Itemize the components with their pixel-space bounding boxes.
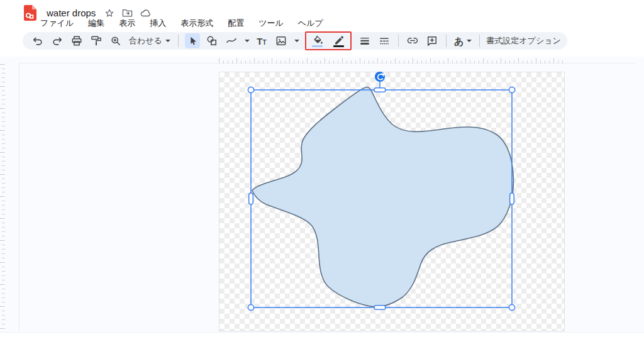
- chevron-down-icon: [165, 40, 170, 42]
- menu-arrange[interactable]: 配置: [228, 18, 244, 29]
- toolbar: 合わせる TT: [23, 32, 567, 50]
- paint-format-button[interactable]: [89, 33, 104, 48]
- toolbar-separator: [178, 35, 179, 47]
- drawing-overlay: [0, 57, 644, 337]
- toolbar-separator: [446, 35, 447, 47]
- resize-handle-top[interactable]: [374, 88, 386, 92]
- redo-button[interactable]: [50, 33, 65, 48]
- freeform-shape[interactable]: [252, 87, 513, 307]
- document-title[interactable]: water drops: [47, 8, 96, 18]
- resize-handle-top-left[interactable]: [248, 87, 253, 92]
- toolbar-separator: [398, 35, 399, 47]
- annotation-highlight-box: [305, 31, 352, 50]
- print-button[interactable]: [69, 33, 84, 48]
- line-tool-button[interactable]: [224, 33, 239, 48]
- border-color-bar: [333, 45, 344, 47]
- toolbar-separator: [479, 35, 480, 47]
- menu-format[interactable]: 表示形式: [180, 18, 213, 29]
- canvas-workspace: [0, 57, 644, 337]
- border-color-button[interactable]: [331, 33, 347, 48]
- shape-tool-button[interactable]: [204, 33, 219, 48]
- line-tool-dropdown-icon[interactable]: [245, 40, 250, 42]
- cloud-status-icon[interactable]: [140, 9, 152, 18]
- resize-handle-left[interactable]: [249, 193, 253, 204]
- menu-tools[interactable]: ツール: [258, 18, 284, 29]
- input-tools-label: あ: [454, 36, 464, 46]
- text-box-button[interactable]: TT: [254, 33, 269, 48]
- zoom-button[interactable]: [108, 33, 123, 48]
- resize-handle-top-right[interactable]: [509, 87, 514, 92]
- border-weight-button[interactable]: [357, 33, 372, 48]
- menu-view[interactable]: 表示: [119, 18, 135, 29]
- insert-comment-button[interactable]: [425, 33, 440, 48]
- move-to-folder-icon[interactable]: [122, 8, 133, 18]
- star-icon[interactable]: [104, 8, 114, 18]
- menu-edit[interactable]: 編集: [88, 18, 104, 29]
- resize-handle-bottom[interactable]: [374, 306, 386, 310]
- border-dash-button[interactable]: [377, 33, 392, 48]
- drawings-app-icon[interactable]: [24, 5, 36, 21]
- menubar: ファイル 編集 表示 挿入 表示形式 配置 ツール ヘルプ: [40, 18, 323, 29]
- chevron-down-icon: [467, 40, 472, 42]
- input-tools-dropdown[interactable]: あ: [453, 36, 473, 46]
- fill-color-bar: [312, 45, 323, 47]
- resize-handle-right[interactable]: [510, 193, 514, 204]
- insert-image-button[interactable]: [274, 33, 289, 48]
- insert-link-button[interactable]: [405, 33, 420, 48]
- fill-color-button[interactable]: [310, 33, 325, 48]
- menu-help[interactable]: ヘルプ: [298, 18, 323, 29]
- resize-handle-bottom-left[interactable]: [248, 304, 253, 310]
- zoom-fit-label: 合わせる: [129, 35, 162, 47]
- resize-handle-bottom-right[interactable]: [509, 304, 514, 310]
- undo-button[interactable]: [30, 33, 45, 48]
- menu-file[interactable]: ファイル: [40, 18, 74, 29]
- zoom-fit-dropdown[interactable]: 合わせる: [128, 35, 172, 47]
- google-drawings-window: water drops ファイル 編集 表示 挿: [0, 0, 644, 337]
- image-dropdown-icon[interactable]: [294, 40, 299, 42]
- format-options-button[interactable]: 書式設定オプション: [486, 35, 561, 47]
- select-tool-button[interactable]: [185, 33, 200, 48]
- menu-insert[interactable]: 挿入: [150, 18, 166, 29]
- workspace-bottom-strip: [0, 332, 644, 337]
